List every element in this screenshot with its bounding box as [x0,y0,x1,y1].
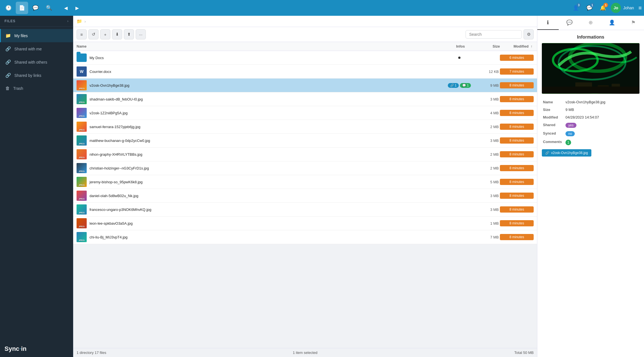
file-modified: 8 minutes [500,96,534,102]
file-list-header: Name Infos Size Modified ↑ [73,42,537,51]
jpeg-thumb: JPEG [77,135,87,146]
col-header-size[interactable]: Size [477,44,500,48]
contacts-btn[interactable]: 👤 3 [570,2,582,14]
search-input[interactable] [466,30,522,39]
chat-tab-btn[interactable]: 💬 [29,2,42,14]
table-row[interactable]: JPEG nihon-graphy-XHRVrLYTBBs.jpg 2 MB 8… [73,148,537,161]
synced-tag: no [565,131,575,136]
meta-label-modified: Modified [542,113,564,121]
meta-row-comments: Comments 1 [542,138,639,147]
panel-title: Informations [542,35,639,40]
sort-arrow-icon: ↑ [531,44,533,48]
comments-count: 1 [565,140,571,145]
sidebar-collapse-btn[interactable]: › [67,19,68,23]
file-name: christian-holzinger--nG3CyFrD1s.jpg [90,166,442,170]
menu-action-btn[interactable]: ≡ [77,29,87,39]
sidebar-item-shared-by-links[interactable]: 🔗 Shared by links [0,69,73,82]
file-name: shadman-sakib-dB_febOU-I0.jpg [90,97,442,101]
file-modified: 6 minutes [500,55,534,61]
shared-tag: yes [565,123,576,128]
table-row[interactable]: JPEG leon-lee-spkbavO3a5A.jpg 1 MB 8 min… [73,217,537,230]
user-avatar[interactable]: Jo [611,3,621,13]
panel-tab-user[interactable]: 👤 [601,16,623,30]
file-name: chi-liu-Bj_MIJ3vpT4.jpg [90,235,442,239]
table-row[interactable]: JPEG christian-holzinger--nG3CyFrD1s.jpg… [73,161,537,175]
file-name: francesco-ungaro-p3NOK6MhvKQ.jpg [90,207,442,212]
nav-back-btn[interactable]: ◀ [61,3,71,13]
panel-content: Informations Name [537,30,644,161]
table-row[interactable]: JPEG daniel-olah-5d8wB02u_Nk.jpg 3 MB 8 … [73,189,537,203]
table-row[interactable]: JPEG samuel-ferrara-1527pjeb6jg.jpg 2 MB… [73,120,537,134]
status-total-size: Total 50 MB [381,351,534,355]
sidebar-label-shared-by-links: Shared by links [14,73,41,78]
panel-tab-flag[interactable]: ⚑ [623,16,644,30]
meta-value-comments: 1 [564,138,639,147]
sidebar-nav: 📁 My files 🔗 Shared with me 🔗 Shared wit… [0,27,73,341]
table-row[interactable]: JPEG francesco-ungaro-p3NOK6MhvKQ.jpg 3 … [73,203,537,217]
notifications-btn[interactable]: 🔔 1 [597,2,609,14]
file-modified: 8 minutes [500,110,534,116]
comment-badge: 💬 1 [460,83,471,88]
messages-badge: 1 [590,3,594,7]
jpeg-thumb: JPEG [77,108,87,118]
file-actions-bar: ≡ ↺ + ⬇ ⬆ ··· ⚙ [73,27,537,42]
col-header-modified[interactable]: Modified ↑ [500,44,534,48]
messages-btn[interactable]: 💬 1 [584,2,595,14]
add-btn[interactable]: + [100,29,110,39]
sidebar-title: FILES [5,19,15,23]
table-row[interactable]: JPEG jeremy-bishop-so_95pwK6k8.jpg 5 MB … [73,175,537,189]
info-panel: ℹ 💬 ⊕ 👤 ⚑ Informations [537,16,644,357]
file-name: daniel-olah-5d8wB02u_Nk.jpg [90,194,442,198]
search-tab-btn[interactable]: 🔍 [43,2,55,14]
download-btn[interactable]: ⬇ [112,29,122,39]
status-selection: 1 item selected [229,351,381,355]
sidebar-item-my-files[interactable]: 📁 My files [0,29,73,42]
panel-tabs: ℹ 💬 ⊕ 👤 ⚑ [537,16,644,30]
menu-btn[interactable]: ≡ [638,5,642,11]
col-header-name[interactable]: Name [77,44,444,48]
col-header-infos[interactable]: Infos [444,44,477,48]
folder-icon [77,53,87,63]
file-name: samuel-ferrara-1527pjeb6jg.jpg [90,125,442,129]
nav-forward-btn[interactable]: ▶ [72,3,82,13]
share-btn[interactable]: ⬆ [124,29,134,39]
file-modified: 7 minutes [500,68,534,75]
table-row[interactable]: JPEG chi-liu-Bj_MIJ3vpT4.jpg 7 MB 8 minu… [73,230,537,244]
clock-tab-btn[interactable]: 🕐 [2,2,15,14]
top-bar-right: 👤 3 💬 1 🔔 1 Jo Johan ≡ [570,2,642,14]
file-modified: 8 minutes [500,137,534,144]
sidebar-item-shared-with-me[interactable]: 🔗 Shared with me [0,42,73,55]
file-size: 2 MB [476,125,499,129]
top-bar-left: 🕐 📄 💬 🔍 ◀ ▶ [2,2,82,14]
more-btn[interactable]: ··· [136,29,146,39]
file-size: 12 KB [476,70,499,74]
files-tab-btn[interactable]: 📄 [16,2,28,14]
file-status-bar: 1 directory 17 files 1 item selected Tot… [73,348,537,357]
table-row[interactable]: JPEG shadman-sakib-dB_febOU-I0.jpg 3 MB … [73,92,537,106]
file-size: 9 MB [476,83,499,88]
file-size: 3 MB [476,139,499,143]
username-label[interactable]: Johan [623,6,634,10]
file-size: 3 MB [476,97,499,101]
search-settings-btn[interactable]: ⚙ [524,29,534,39]
table-row[interactable]: My Docs 6 minutes [73,51,537,65]
sidebar-label-my-files: My files [14,34,28,38]
refresh-btn[interactable]: ↺ [88,29,99,39]
file-modified: 8 minutes [500,124,534,130]
panel-tab-info[interactable]: ℹ [537,16,559,30]
breadcrumb-bar: 📁 › Example [73,16,537,27]
sidebar-item-shared-with-others[interactable]: 🔗 Shared with others [0,55,73,69]
panel-tab-share[interactable]: ⊕ [580,16,601,30]
app-logo: Sync·in [0,341,73,357]
table-row[interactable]: JPEG v2osk-Ovn1hyBge38.jpg 🔗 1 💬 1 9 MB … [73,79,537,92]
file-modified: 8 minutes [500,151,534,157]
file-modified: 8 minutes [500,220,534,226]
table-row[interactable]: W Courrier.docx 12 KB 7 minutes [73,65,537,79]
panel-tab-chat[interactable]: 💬 [559,16,580,30]
table-row[interactable]: JPEG v2osk-1Z2niiBPg5A.jpg 4 MB 8 minute… [73,106,537,120]
meta-label-size: Size [542,106,564,113]
file-size: 4 MB [476,111,499,115]
sidebar-item-trash[interactable]: 🗑 Trash [0,82,73,95]
table-row[interactable]: JPEG matthew-buchanan-g-0dp2ycCw0.jpg 3 … [73,134,537,148]
file-link-btn[interactable]: 🔗 v2osk-Ovn1hyBge38.jpg [542,149,591,157]
